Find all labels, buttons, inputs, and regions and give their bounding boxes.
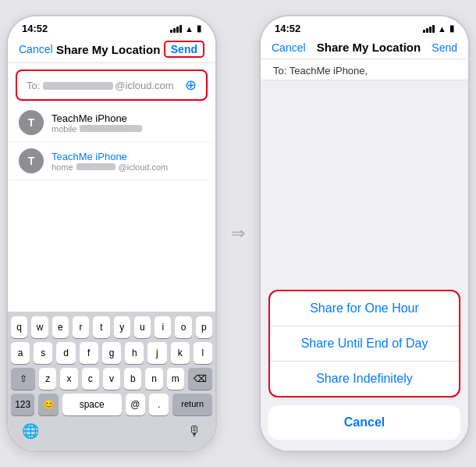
key-e[interactable]: e [52,316,69,338]
to-value-left: @icloud.com [43,80,182,91]
content-area-left [8,180,215,312]
keyboard-row-4: 123 😊 space @ . return [11,394,212,415]
signal-icon-right [423,25,435,33]
key-g[interactable]: g [102,342,121,364]
time-right: 14:52 [275,23,300,34]
key-shift[interactable]: ⇧ [11,368,35,390]
page-title-right: Share My Location [317,41,421,54]
key-emoji[interactable]: 😊 [38,394,58,415]
send-button-left[interactable]: Send [164,41,204,58]
key-j[interactable]: j [147,342,166,364]
action-sheet-group: Share for One Hour Share Until End of Da… [268,290,460,397]
key-x[interactable]: x [60,368,77,390]
key-i[interactable]: i [155,316,171,338]
key-s[interactable]: s [34,342,52,364]
key-123[interactable]: 123 [11,394,34,415]
key-y[interactable]: y [114,316,130,338]
keyboard: q w e r t y u i o p a s d f g h j k l ⇧ … [8,312,215,451]
key-o[interactable]: o [175,316,191,338]
key-l[interactable]: l [194,342,212,364]
right-phone: 14:52 ▲ ▮ Cancel Share My Location Send … [259,15,470,452]
key-b[interactable]: b [124,368,141,390]
keyboard-row-2: a s d f g h j k l [11,342,212,364]
status-bar-right: 14:52 ▲ ▮ [261,16,468,37]
key-k[interactable]: k [171,342,190,364]
page-title-left: Share My Location [56,43,160,56]
to-label-right: To: [273,65,290,77]
share-one-hour-button[interactable]: Share for One Hour [270,291,459,326]
to-label-left: To: [27,80,40,91]
key-v[interactable]: v [103,368,120,390]
share-indefinitely-button[interactable]: Share Indefinitely [270,362,459,396]
keyboard-row-1: q w e r t y u i o p [11,316,212,338]
key-period[interactable]: . [149,394,169,415]
email-domain: @icloud.com [115,80,173,91]
add-recipient-button[interactable]: ⊕ [185,77,197,94]
email-redacted [43,82,113,90]
key-u[interactable]: u [134,316,151,338]
suggestion-info-2: TeachMe iPhone home @icloud.com [52,151,168,172]
suggestion-item-1[interactable]: T TeachMe iPhone mobile [8,104,215,142]
suggestion-info-1: TeachMe iPhone mobile [52,112,142,134]
key-return[interactable]: return [172,394,212,415]
key-t[interactable]: t [93,316,109,338]
signal-icon [170,25,182,33]
to-field-right: To: TeachMe iPhone, [261,59,468,80]
keyboard-row-3: ⇧ z x c v b n m ⌫ [11,368,212,390]
nav-bar-left: Cancel Share My Location Send [8,37,215,63]
key-n[interactable]: n [145,368,162,390]
mic-icon[interactable]: 🎙 [187,423,201,440]
battery-icon-right: ▮ [449,23,454,34]
key-at[interactable]: @ [126,394,145,415]
arrow-divider: ⇒ [231,223,245,244]
wifi-icon-right: ▲ [438,24,446,34]
phone-redacted-1 [80,125,142,132]
suggestion-sub-1: mobile [52,124,142,134]
key-c[interactable]: c [82,368,99,390]
left-phone: 14:52 ▲ ▮ Cancel Share My Location Send … [6,15,217,452]
avatar-2: T [19,148,44,173]
key-p[interactable]: p [196,316,212,338]
action-sheet-area: Share for One Hour Share Until End of Da… [261,80,468,451]
cancel-action-button[interactable]: Cancel [268,405,460,440]
key-space[interactable]: space [62,394,122,415]
battery-icon: ▮ [197,23,201,34]
key-w[interactable]: w [31,316,48,338]
status-icons-left: ▲ ▮ [170,23,201,34]
key-d[interactable]: d [56,342,75,364]
suggestion-name-1: TeachMe iPhone [52,112,142,124]
key-q[interactable]: q [11,316,27,338]
globe-icon[interactable]: 🌐 [22,422,39,440]
status-bar-left: 14:52 ▲ ▮ [8,16,215,37]
key-a[interactable]: a [11,342,30,364]
to-value-right: TeachMe iPhone, [290,65,368,77]
send-button-right[interactable]: Send [432,41,457,54]
suggestion-name-2: TeachMe iPhone [52,151,168,162]
key-m[interactable]: m [167,368,184,390]
key-f[interactable]: f [80,342,98,364]
wifi-icon: ▲ [185,24,194,34]
suggestion-item-2[interactable]: T TeachMe iPhone home @icloud.com [8,142,215,180]
phone-redacted-2 [76,163,115,170]
keyboard-bottom-bar: 🌐 🎙 [11,419,212,447]
share-end-of-day-button[interactable]: Share Until End of Day [270,326,459,362]
cancel-button-right[interactable]: Cancel [272,41,306,54]
suggestion-sub-2: home @icloud.com [52,162,168,172]
key-delete[interactable]: ⌫ [188,368,212,390]
cancel-button-left[interactable]: Cancel [19,43,53,55]
key-r[interactable]: r [73,316,89,338]
email-suffix: @icloud.com [119,162,169,172]
key-h[interactable]: h [125,342,144,364]
time-left: 14:52 [22,23,48,34]
status-icons-right: ▲ ▮ [423,23,454,34]
to-field-left[interactable]: To: @icloud.com ⊕ [16,70,208,101]
avatar-1: T [19,110,44,135]
key-z[interactable]: z [39,368,56,390]
nav-bar-right: Cancel Share My Location Send [261,37,468,59]
